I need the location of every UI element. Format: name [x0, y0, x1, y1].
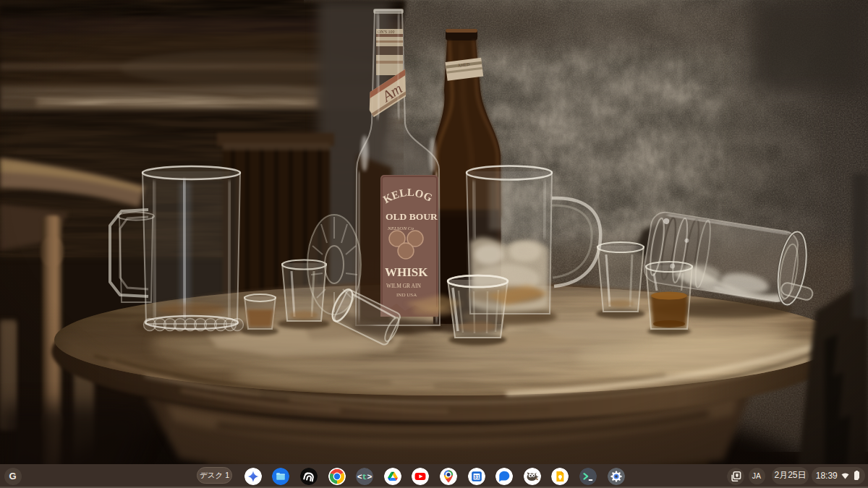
svg-text:31: 31 [474, 474, 480, 479]
svg-text:<t>: <t> [357, 472, 373, 481]
